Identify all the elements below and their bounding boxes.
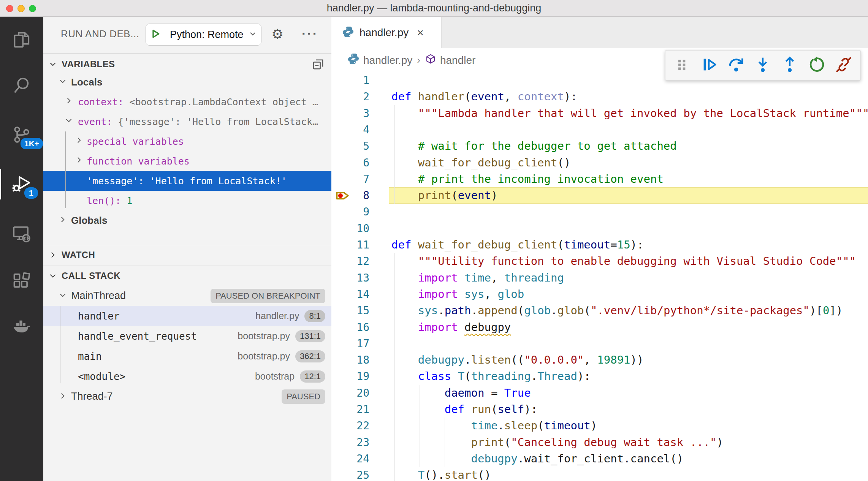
line-number[interactable]: 5 <box>331 138 369 154</box>
badge-run-and-debug: 1 <box>24 187 39 199</box>
code-line-7[interactable]: 7 # print the incoming invocation event <box>331 171 868 187</box>
call-stack-frame[interactable]: <module> bootstrap 12:1 <box>43 366 331 386</box>
line-number[interactable]: 17 <box>331 335 369 352</box>
variables-row-locals[interactable]: Locals <box>43 72 331 92</box>
code-line-6[interactable]: 6 wait_for_debug_client() <box>331 155 868 171</box>
line-number[interactable]: 18 <box>331 352 369 368</box>
line-number[interactable]: 3 <box>331 105 369 122</box>
code-line-25[interactable]: 25 T().start() <box>331 467 868 481</box>
debug-step-over-button[interactable] <box>727 56 745 74</box>
line-number[interactable]: 16 <box>331 319 369 335</box>
line-number[interactable]: 4 <box>331 122 369 138</box>
code-line-9[interactable]: 9 <box>331 204 868 220</box>
code-line-18[interactable]: 18 debugpy.listen(("0.0.0.0", 19891)) <box>331 352 868 368</box>
line-number[interactable]: 24 <box>331 451 369 467</box>
variables-row-function-variables[interactable]: function variables <box>43 151 331 171</box>
variables-row-globals[interactable]: Globals <box>43 210 331 230</box>
code-line-4[interactable]: 4 <box>331 122 868 138</box>
frame-file: bootstrap <box>255 371 295 382</box>
tab-handler-py[interactable]: handler.py × <box>331 17 442 48</box>
call-stack-thread[interactable]: MainThread PAUSED ON BREAKPOINT <box>43 286 331 306</box>
code-line-8[interactable]: 8 print(event) <box>331 187 868 204</box>
code-line-2[interactable]: 2 def handler(event, context): <box>331 89 868 105</box>
line-number[interactable]: 11 <box>331 237 369 253</box>
variables-row-event[interactable]: event: {'message': 'Hello from LocalStac… <box>43 112 331 131</box>
code-line-3[interactable]: 3 """Lambda handler that will get invoke… <box>331 105 868 122</box>
activity-bar-item-extensions[interactable] <box>0 260 43 302</box>
close-tab-icon[interactable]: × <box>417 27 424 38</box>
code-line-20[interactable]: 20 daemon = True <box>331 385 868 401</box>
code-line-15[interactable]: 15 sys.path.append(glob.glob(".venv/lib/… <box>331 302 868 319</box>
thread-state-badge: PAUSED ON BREAKPOINT <box>211 289 325 303</box>
section-header-watch[interactable]: WATCH <box>43 245 331 264</box>
variables-row-context[interactable]: context: <bootstrap.LambdaContext object… <box>43 92 331 112</box>
activity-bar-item-run-and-debug[interactable] <box>0 163 43 205</box>
line-number[interactable]: 19 <box>331 368 369 384</box>
code-line-10[interactable]: 10 <box>331 220 868 237</box>
frame-file: handler.py <box>255 310 299 321</box>
debug-gripper-button[interactable] <box>673 56 691 74</box>
activity-bar-item-remote-explorer[interactable] <box>0 213 43 255</box>
variables-row-special-variables[interactable]: special variables <box>43 131 331 151</box>
line-number[interactable]: 23 <box>331 434 369 451</box>
dropdown-divider <box>165 27 165 42</box>
launch-config-dropdown[interactable]: Python: Remote <box>146 24 261 46</box>
variables-row-len[interactable]: len(): 1 <box>43 191 331 210</box>
call-stack-frame[interactable]: handle_event_request bootstrap.py 131:1 <box>43 326 331 346</box>
line-number[interactable]: 20 <box>331 385 369 401</box>
thread-name: MainThread <box>71 290 126 302</box>
line-number[interactable]: 25 <box>331 467 369 481</box>
breadcrumb-symbol[interactable]: handler <box>440 54 475 66</box>
code-line-19[interactable]: 19 class T(threading.Thread): <box>331 368 868 384</box>
line-number[interactable]: 22 <box>331 418 369 434</box>
debug-restart-button[interactable] <box>808 56 826 74</box>
code-line-21[interactable]: 21 def run(self): <box>331 401 868 418</box>
continue-icon <box>700 56 718 75</box>
line-number[interactable]: 1 <box>331 72 369 89</box>
code-line-13[interactable]: 13 import time, threading <box>331 270 868 286</box>
call-stack-frame[interactable]: main bootstrap.py 362:1 <box>43 346 331 366</box>
line-number[interactable]: 2 <box>331 89 369 105</box>
debug-continue-button[interactable] <box>700 56 718 74</box>
code-line-12[interactable]: 12 """Utility function to enable debuggi… <box>331 253 868 269</box>
gear-icon[interactable]: ⚙ <box>271 25 284 43</box>
line-number[interactable]: 14 <box>331 286 369 302</box>
activity-bar-item-explorer[interactable] <box>0 19 43 61</box>
code-line-11[interactable]: 11 def wait_for_debug_client(timeout=15)… <box>331 237 868 253</box>
variables-row-message[interactable]: 'message': 'Hello from LocalStack!' <box>43 171 331 191</box>
collapse-all-icon[interactable] <box>312 57 325 71</box>
debug-toolbar <box>665 50 861 81</box>
call-stack-frame[interactable]: handler handler.py 8:1 <box>43 306 331 326</box>
section-header-call-stack[interactable]: CALL STACK <box>43 266 331 285</box>
disconnect-icon <box>835 56 852 75</box>
start-debug-icon[interactable] <box>150 28 161 41</box>
line-number[interactable]: 10 <box>331 220 369 237</box>
line-number[interactable]: 8 <box>331 187 369 204</box>
line-number[interactable]: 9 <box>331 204 369 220</box>
line-number[interactable]: 13 <box>331 270 369 286</box>
code-line-23[interactable]: 23 print("Canceling debug wait task ..."… <box>331 434 868 451</box>
line-number[interactable]: 21 <box>331 401 369 418</box>
line-number[interactable]: 7 <box>331 171 369 187</box>
activity-bar-item-search[interactable] <box>0 65 43 106</box>
code-line-5[interactable]: 5 # wait for the debugger to get attache… <box>331 138 868 154</box>
code-line-16[interactable]: 16 import debugpy <box>331 319 868 335</box>
debug-step-into-button[interactable] <box>754 56 772 74</box>
section-header-variables[interactable]: VARIABLES <box>43 55 331 74</box>
titlebar: handler.py — lambda-mounting-and-debuggi… <box>0 0 868 17</box>
line-number[interactable]: 6 <box>331 155 369 171</box>
breadcrumb-file[interactable]: handler.py <box>363 54 412 66</box>
code-line-17[interactable]: 17 <box>331 335 868 352</box>
debug-disconnect-button[interactable] <box>835 56 853 74</box>
line-number[interactable]: 15 <box>331 302 369 319</box>
activity-bar-item-docker[interactable] <box>0 306 43 348</box>
code-line-24[interactable]: 24 debugpy.wait_for_client.cancel() <box>331 451 868 467</box>
chevron-down-icon <box>48 271 58 282</box>
code-editor[interactable]: 1 2 def handler(event, context): 3 """La… <box>331 72 868 481</box>
code-line-22[interactable]: 22 time.sleep(timeout) <box>331 418 868 434</box>
call-stack-thread[interactable]: Thread-7 PAUSED <box>43 386 331 407</box>
line-number[interactable]: 12 <box>331 253 369 269</box>
code-line-14[interactable]: 14 import sys, glob <box>331 286 868 302</box>
debug-step-out-button[interactable] <box>781 56 799 74</box>
more-actions-icon[interactable]: ··· <box>302 25 318 42</box>
